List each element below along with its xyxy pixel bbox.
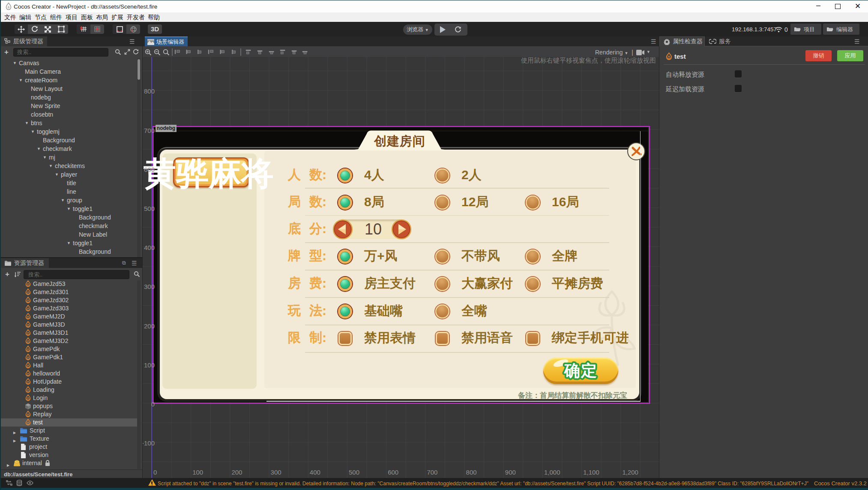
svg-text:确定: 确定 — [563, 362, 598, 379]
